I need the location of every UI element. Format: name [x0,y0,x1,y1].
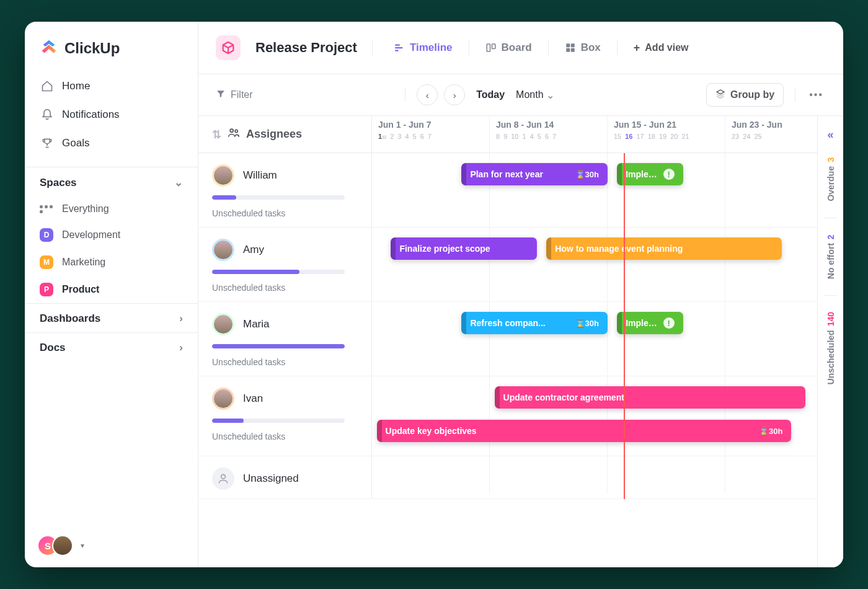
task-bar[interactable]: Finalize project scope [391,237,537,260]
assignees-column-header[interactable]: ⇅ Assignees [198,116,371,153]
collapse-rail-button[interactable]: « [827,128,833,141]
divider [825,218,837,218]
svg-rect-2 [566,43,570,47]
section-dashboards-label: Dashboards [40,312,100,325]
task-label: Refresh compan... [470,318,575,328]
divider [825,295,837,296]
task-lane[interactable] [372,456,843,494]
unscheduled-link[interactable]: Unscheduled tasks [212,432,358,441]
nav-goals[interactable]: Goals [32,130,190,157]
user-avatar [52,535,73,556]
task-lane[interactable]: Refresh compan...⌛30hImplem..! [372,302,843,375]
chevron-right-icon: › [179,342,183,354]
week-range: Jun 1 - Jun 7 [378,120,483,130]
unassigned-icon [212,467,234,490]
range-label: Month [516,89,543,100]
section-docs[interactable]: Docs › [25,332,198,361]
task-bar[interactable]: Implem..! [617,312,683,334]
caret-down-icon: ▾ [81,541,84,550]
svg-point-8 [221,474,226,479]
plus-icon: + [634,42,640,55]
divider [469,40,469,55]
divider [795,88,795,102]
rail-noeffort[interactable]: No effort 2 [826,229,836,284]
nav-notifications[interactable]: Notifications [32,101,190,128]
tab-board-label: Board [502,42,532,54]
more-menu-button[interactable]: ••• [807,89,826,100]
timeline: ⇅ Assignees Jun 1 - Jun 71st234567Jun 8 … [198,116,843,567]
space-item-development[interactable]: DDevelopment [25,221,198,249]
filter-label: Filter [231,89,253,100]
add-view-button[interactable]: + Add view [634,42,689,55]
section-dashboards[interactable]: Dashboards › [25,303,198,332]
svg-rect-4 [566,48,570,52]
task-bar[interactable]: Refresh compan...⌛30h [461,312,608,334]
divider [405,88,405,102]
unassigned-label: Unassigned [243,472,299,485]
nav-goals-label: Goals [62,137,89,149]
week-range: Jun 8 - Jun 14 [496,120,601,130]
workspace-switcher[interactable]: S [37,535,73,556]
chevron-down-icon: ⌄ [174,176,183,189]
box-icon [565,42,576,53]
task-bar[interactable]: How to manage event planning [546,237,782,260]
space-everything[interactable]: Everything [25,197,198,221]
rail-overdue-label: Overdue [826,166,836,202]
task-bar[interactable]: Update key objectives⌛30h [377,420,792,442]
date-nav: ‹ › [417,84,465,105]
chevron-down-icon: ⌄ [546,89,554,101]
nav-home[interactable]: Home [32,73,190,100]
trophy-icon [41,137,53,149]
task-lane[interactable]: Plan for next year⌛30hImplem..! [372,153,843,226]
svg-point-7 [235,130,237,132]
task-lane[interactable]: Update contractor agreementUpdate key ob… [372,376,843,456]
nav-notifications-label: Notifications [62,108,120,121]
section-spaces[interactable]: Spaces ⌄ [25,167,198,197]
timeline-icon [394,42,405,53]
unscheduled-link[interactable]: Unscheduled tasks [212,283,358,293]
avatar [212,239,234,261]
layers-icon [715,89,725,101]
person-name: William [243,169,277,182]
hourglass-icon: ⌛30h [575,170,599,179]
task-bar[interactable]: Plan for next year⌛30h [461,163,608,185]
task-label: Implem.. [626,318,659,328]
space-item-marketing[interactable]: MMarketing [25,249,198,276]
group-by-button[interactable]: Group by [706,83,784,107]
unscheduled-link[interactable]: Unscheduled tasks [212,208,358,218]
filter-button[interactable]: Filter [216,89,253,101]
next-button[interactable]: › [444,84,465,105]
svg-point-6 [230,129,233,132]
week-cell: Jun 1 - Jun 71st234567 [372,116,490,153]
tab-board[interactable]: Board [485,42,532,54]
space-item-product[interactable]: PProduct [25,276,198,303]
clickup-logo-icon [40,38,58,59]
prev-button[interactable]: ‹ [417,84,438,105]
rail-unscheduled[interactable]: Unscheduled 140 [826,307,836,389]
rail-overdue[interactable]: Overdue 3 [826,153,836,206]
avatar [212,388,234,410]
task-label: Plan for next year [470,169,575,179]
person-cell: Ivan Unscheduled tasks [198,376,372,456]
task-lane[interactable]: Finalize project scopeHow to manage even… [372,228,843,301]
tab-box-label: Box [581,42,601,54]
primary-nav: Home Notifications Goals [25,70,198,167]
space-label: Product [62,284,99,295]
today-button[interactable]: Today [476,89,505,100]
space-label: Development [62,229,120,241]
tab-box[interactable]: Box [565,42,601,54]
unscheduled-link[interactable]: Unscheduled tasks [212,357,358,367]
tab-timeline[interactable]: Timeline [394,42,453,54]
task-bar[interactable]: Update contractor agreement [495,386,806,409]
app-window: ClickUp Home Notifications Goals Spaces … [25,22,843,567]
header-bar: Release Project Timeline Board Box [198,22,843,74]
workload-bar [212,418,345,423]
task-bar[interactable]: Implem..! [617,163,683,185]
avatar [212,164,234,187]
brand-name: ClickUp [64,40,120,57]
week-header: Jun 1 - Jun 71st234567Jun 8 - Jun 148910… [372,116,843,153]
people-icon [228,126,240,142]
person-cell: William Unscheduled tasks [198,153,372,227]
project-icon [216,35,241,60]
range-selector[interactable]: Month ⌄ [516,89,554,101]
